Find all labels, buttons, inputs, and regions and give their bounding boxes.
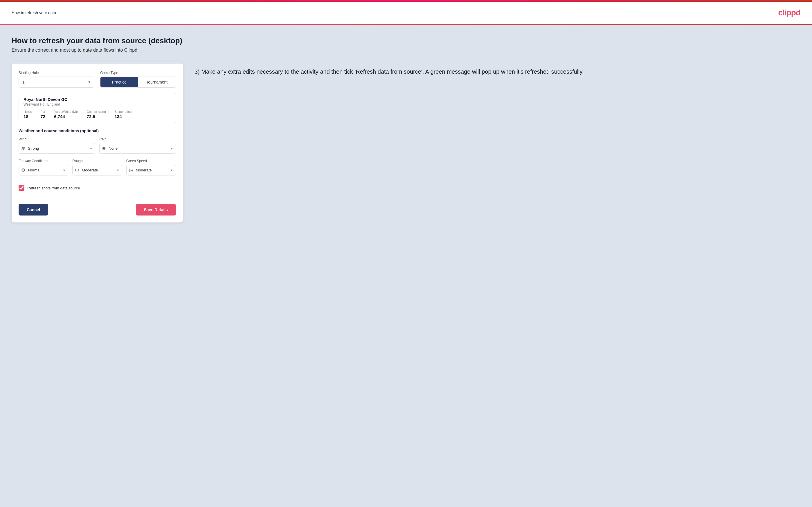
yards-label: Yards/White (M)) [54,110,78,113]
game-type-group: Game Type Practice Tournament [100,71,176,88]
tournament-button[interactable]: Tournament [138,77,176,87]
fairway-select-wrapper: ⚙ Normal Wet Dry Firm ▼ [18,165,68,175]
cancel-button[interactable]: Cancel [18,204,48,216]
side-description: 3) Make any extra edits necessary to the… [195,61,800,76]
conditions-section-title: Weather and course conditions (optional) [18,128,176,133]
form-panel-inner: Starting Hole 1 ▼ Game Type Practice T [12,64,183,222]
starting-hole-select[interactable]: 1 [19,77,94,87]
page-subheading: Ensure the correct and most up to date d… [12,48,800,53]
course-rating-value: 72.5 [87,114,106,119]
course-location: Westward Ho!, England [23,102,171,106]
fairway-label: Fairway Conditions [18,159,68,163]
rough-icon: ⚙ [75,167,79,173]
starting-hole-select-wrapper: 1 ▼ [18,76,94,88]
refresh-checkbox[interactable] [18,185,24,191]
par-label: Par [40,110,45,113]
rough-group: Rough ⚙ Moderate Normal Light Heavy ▼ [72,159,122,175]
content-area: Starting Hole 1 ▼ Game Type Practice T [12,61,800,222]
form-panel: Starting Hole 1 ▼ Game Type Practice T [12,61,183,222]
par-value: 72 [40,114,45,119]
fairway-select[interactable]: Normal Wet Dry Firm [27,165,66,175]
game-type-buttons: Practice Tournament [100,76,176,88]
wind-label: Wind [18,137,95,141]
breadcrumb: How to refresh your data [12,10,56,15]
wind-icon: ≋ [21,146,25,151]
refresh-label: Refresh shots from data source [27,186,80,190]
game-type-label: Game Type [100,71,176,75]
starting-hole-label: Starting Hole [18,71,94,75]
course-name: Royal North Devon GC, [23,97,171,102]
green-speed-select[interactable]: Moderate Slow Normal Fast [135,165,173,175]
main-content: How to refresh your data from source (de… [0,25,812,503]
green-speed-icon: ◎ [129,167,133,173]
form-actions: Cancel Save Details [18,201,176,216]
holes-value: 18 [23,114,32,119]
footer: Copyright Clippd 2022 [0,503,812,507]
page-heading: How to refresh your data from source (de… [12,36,800,45]
wind-select[interactable]: Strong None Light Moderate [27,143,93,154]
yards-value: 6,744 [54,114,78,119]
wind-rain-row: Wind ≋ Strong None Light Moderate ▼ [18,137,176,154]
practice-button[interactable]: Practice [100,77,138,87]
rain-label: Rain [99,137,176,141]
rain-group: Rain ✺ None Light Moderate Heavy ▼ [99,137,176,154]
slope-rating-label: Slope rating [115,110,132,113]
course-rating-stat: Course rating 72.5 [87,110,106,119]
refresh-checkbox-row: Refresh shots from data source [18,181,176,195]
course-info-box: Royal North Devon GC, Westward Ho!, Engl… [18,93,176,123]
rain-select-wrapper: ✺ None Light Moderate Heavy ▼ [99,143,176,154]
form-top-strip [12,61,183,64]
holes-label: Holes [23,110,32,113]
fairway-rough-green-row: Fairway Conditions ⚙ Normal Wet Dry Firm… [18,159,176,175]
yards-stat: Yards/White (M)) 6,744 [54,110,78,119]
description-text: 3) Make any extra edits necessary to the… [195,67,800,76]
course-stats: Holes 18 Par 72 Yards/White (M)) 6,744 [23,110,171,119]
rough-select-wrapper: ⚙ Moderate Normal Light Heavy ▼ [72,165,122,175]
course-rating-label: Course rating [87,110,106,113]
rough-label: Rough [72,159,122,163]
rough-select[interactable]: Moderate Normal Light Heavy [81,165,119,175]
slope-rating-stat: Slope rating 134 [115,110,132,119]
green-speed-group: Green Speed ◎ Moderate Slow Normal Fast … [126,159,176,175]
green-speed-label: Green Speed [126,159,176,163]
wind-group: Wind ≋ Strong None Light Moderate ▼ [18,137,95,154]
holes-stat: Holes 18 [23,110,32,119]
rain-icon: ✺ [102,146,106,151]
wind-select-wrapper: ≋ Strong None Light Moderate ▼ [18,143,95,154]
rain-select[interactable]: None Light Moderate Heavy [107,143,173,154]
save-button[interactable]: Save Details [136,204,176,216]
starting-hole-game-type-row: Starting Hole 1 ▼ Game Type Practice T [18,71,176,88]
par-stat: Par 72 [40,110,45,119]
green-speed-select-wrapper: ◎ Moderate Slow Normal Fast ▼ [126,165,176,175]
header: How to refresh your data clippd [0,2,812,24]
logo: clippd [778,8,800,17]
starting-hole-group: Starting Hole 1 ▼ [18,71,94,88]
fairway-icon: ⚙ [21,167,25,173]
fairway-group: Fairway Conditions ⚙ Normal Wet Dry Firm… [18,159,68,175]
slope-rating-value: 134 [115,114,132,119]
